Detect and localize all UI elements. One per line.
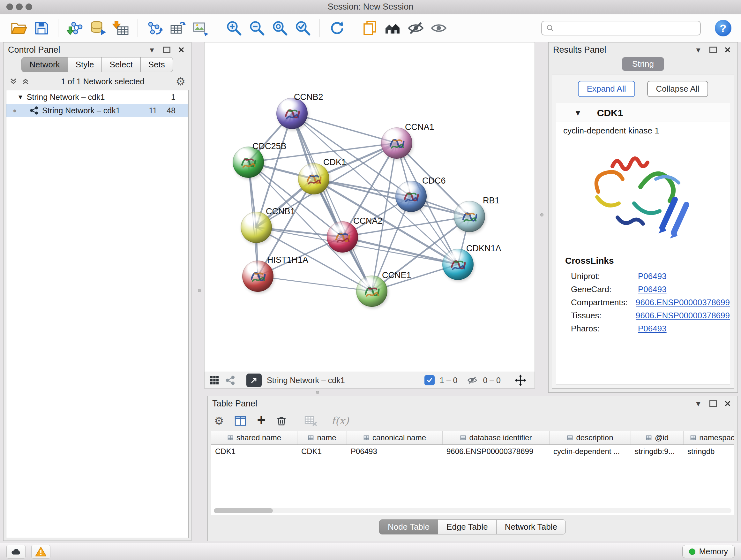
tab-style[interactable]: Style bbox=[68, 57, 102, 72]
zoom-in-icon[interactable] bbox=[225, 19, 243, 37]
tab-node-table[interactable]: Node Table bbox=[379, 519, 438, 535]
import-network-file-icon[interactable] bbox=[66, 19, 84, 37]
network-node-rb1[interactable] bbox=[454, 201, 485, 232]
current-network-name: String Network – cdk1 bbox=[267, 376, 345, 385]
chevron-double-down-icon[interactable] bbox=[9, 77, 17, 85]
column-label: namespac bbox=[699, 433, 734, 442]
save-session-icon[interactable] bbox=[32, 19, 51, 37]
birds-eye-grid-icon[interactable] bbox=[209, 375, 220, 386]
export-image-icon[interactable] bbox=[192, 19, 209, 37]
zoom-selected-icon[interactable] bbox=[294, 19, 312, 37]
network-type-share-icon[interactable] bbox=[225, 375, 236, 386]
horizontal-scrollbar[interactable] bbox=[214, 508, 731, 513]
scrollbar-thumb[interactable] bbox=[214, 508, 273, 513]
section-disclosure-icon[interactable]: ▼ bbox=[574, 109, 582, 118]
panel-menu-icon[interactable]: ▾ bbox=[693, 398, 704, 409]
copy-document-icon[interactable] bbox=[361, 19, 379, 37]
window-close-button[interactable] bbox=[6, 3, 13, 10]
table-row[interactable]: CDK1 CDK1 P06493 9606.ENSP00000378699 cy… bbox=[211, 445, 734, 458]
search-input[interactable] bbox=[558, 23, 696, 33]
column-header[interactable]: name bbox=[297, 431, 347, 444]
open-session-icon[interactable] bbox=[10, 19, 27, 37]
tab-network[interactable]: Network bbox=[21, 57, 68, 72]
delete-column-trash-icon[interactable] bbox=[275, 415, 288, 427]
import-network-database-icon[interactable] bbox=[89, 19, 107, 37]
table-cell[interactable]: stringdb:9... bbox=[631, 447, 684, 456]
tab-edge-table[interactable]: Edge Table bbox=[438, 519, 496, 535]
protein-section-header[interactable]: ▼ CDK1 bbox=[556, 103, 730, 122]
column-header[interactable]: namespac bbox=[684, 431, 734, 444]
crosslink-value-link[interactable]: P06493 bbox=[638, 271, 667, 281]
crosslink-value-link[interactable]: 9606.ENSP00000378699 bbox=[636, 311, 730, 320]
table-cell[interactable]: CDK1 bbox=[297, 447, 347, 456]
column-header[interactable]: canonical name bbox=[347, 431, 443, 444]
chevron-double-up-icon[interactable] bbox=[21, 77, 30, 85]
panel-close-icon[interactable] bbox=[722, 398, 733, 409]
panel-float-icon[interactable] bbox=[708, 45, 718, 55]
hidden-eye-crossed-icon[interactable] bbox=[467, 375, 478, 386]
panel-menu-icon[interactable]: ▾ bbox=[693, 45, 704, 55]
table-settings-gear-icon[interactable]: ⚙ bbox=[214, 415, 224, 426]
panel-menu-icon[interactable]: ▾ bbox=[146, 45, 157, 55]
window-zoom-button[interactable] bbox=[25, 3, 32, 10]
network-canvas[interactable]: CCNB2CCNA1CDC25BCDK1CDC6RB1CCNB1CCNA2CDK… bbox=[204, 42, 535, 372]
crosslink-value-link[interactable]: P06493 bbox=[638, 324, 667, 334]
table-cell[interactable]: stringdb bbox=[684, 447, 734, 456]
table-cell[interactable]: cyclin-dependent ... bbox=[549, 447, 631, 456]
warning-status-button[interactable] bbox=[31, 545, 51, 559]
network-node-hist1h1a[interactable] bbox=[242, 260, 273, 292]
houses-icon[interactable] bbox=[384, 19, 402, 37]
selected-nodes-checkbox[interactable] bbox=[424, 375, 434, 385]
column-header[interactable]: description bbox=[549, 431, 631, 444]
gear-icon[interactable]: ⚙ bbox=[176, 76, 185, 87]
zoom-fit-icon[interactable] bbox=[271, 19, 289, 37]
tab-string[interactable]: String bbox=[622, 57, 664, 71]
splitter-handle[interactable] bbox=[316, 391, 319, 394]
tab-network-table[interactable]: Network Table bbox=[496, 519, 566, 535]
table-cell[interactable]: 9606.ENSP00000378699 bbox=[443, 447, 549, 456]
panel-float-icon[interactable] bbox=[708, 398, 718, 409]
network-node-cdk1[interactable] bbox=[298, 163, 329, 194]
main-toolbar: ? bbox=[0, 14, 741, 42]
help-button[interactable]: ? bbox=[715, 20, 731, 37]
open-external-button[interactable] bbox=[246, 374, 262, 387]
node-table: shared name name canonical name database… bbox=[211, 431, 734, 515]
column-header[interactable]: database identifier bbox=[443, 431, 549, 444]
tree-row-collection[interactable]: ▼ String Network – cdk1 1 bbox=[6, 90, 188, 104]
zoom-out-icon[interactable] bbox=[248, 19, 266, 37]
panel-close-icon[interactable] bbox=[722, 45, 733, 55]
crosslink-value-link[interactable]: 9606.ENSP00000378699 bbox=[636, 298, 730, 307]
function-builder-icon[interactable]: f(x) bbox=[331, 415, 349, 427]
panel-close-icon[interactable] bbox=[176, 45, 187, 55]
tab-sets[interactable]: Sets bbox=[140, 57, 173, 72]
pan-move-icon[interactable] bbox=[514, 374, 527, 387]
splitter-handle[interactable] bbox=[198, 289, 201, 292]
panel-float-icon[interactable] bbox=[161, 45, 172, 55]
memory-button[interactable]: Memory bbox=[682, 545, 735, 558]
table-cell[interactable]: CDK1 bbox=[211, 447, 297, 456]
tree-disclosure-icon[interactable]: ▼ bbox=[17, 94, 23, 101]
refresh-icon[interactable] bbox=[327, 19, 345, 37]
protein-description: cyclin-dependent kinase 1 bbox=[556, 122, 730, 136]
column-header[interactable]: shared name bbox=[211, 431, 297, 444]
expand-all-button[interactable]: Expand All bbox=[578, 81, 635, 97]
eye-crossed-icon[interactable] bbox=[407, 19, 425, 37]
splitter-handle[interactable] bbox=[540, 213, 543, 216]
window-minimize-button[interactable] bbox=[16, 3, 23, 10]
eye-icon[interactable] bbox=[430, 19, 448, 37]
network-node-ccnb2[interactable] bbox=[276, 98, 308, 129]
export-network-icon[interactable] bbox=[145, 19, 163, 37]
add-column-icon[interactable]: + bbox=[257, 413, 266, 427]
tree-row-network[interactable]: ● String Network – cdk1 11 48 bbox=[6, 104, 188, 117]
show-columns-icon[interactable] bbox=[233, 414, 247, 428]
cloud-status-button[interactable] bbox=[6, 545, 25, 559]
import-table-icon[interactable] bbox=[112, 19, 130, 37]
delete-table-icon[interactable] bbox=[303, 414, 317, 428]
export-table-icon[interactable] bbox=[169, 19, 186, 37]
current-network-bullet-icon: ● bbox=[13, 107, 17, 114]
table-cell[interactable]: P06493 bbox=[347, 447, 443, 456]
tab-select[interactable]: Select bbox=[102, 57, 140, 72]
crosslink-value-link[interactable]: P06493 bbox=[638, 285, 667, 294]
collapse-all-button[interactable]: Collapse All bbox=[647, 81, 709, 97]
column-header[interactable]: @id bbox=[631, 431, 684, 444]
